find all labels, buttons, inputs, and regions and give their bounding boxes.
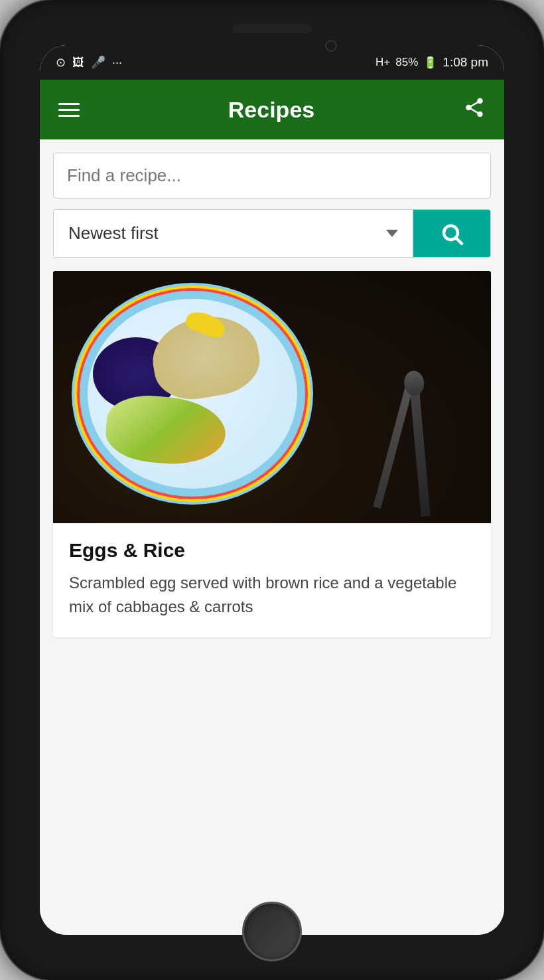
search-bar-container (53, 153, 491, 199)
status-dots: ··· (112, 56, 122, 68)
search-glass-icon (440, 222, 464, 246)
filter-row: Newest first (53, 209, 491, 258)
app-bar: Recipes (40, 80, 504, 139)
share-icon (463, 96, 486, 119)
status-bar: ⊙ 🖼 🎤 ··· H+ 85% 🔋 1:08 pm (40, 45, 504, 80)
status-time: 1:08 pm (442, 55, 488, 70)
status-battery: 85% (395, 56, 418, 69)
fork (373, 378, 415, 509)
home-button[interactable] (242, 902, 302, 961)
hamburger-line-1 (58, 103, 80, 105)
chevron-down-icon (386, 230, 398, 237)
recipe-description: Scrambled egg served with brown rice and… (69, 571, 475, 619)
status-network: H+ (375, 56, 390, 69)
speaker (232, 24, 312, 33)
hamburger-line-2 (58, 109, 80, 111)
app-title: Recipes (228, 97, 314, 123)
recipe-card[interactable]: Eggs & Rice Scrambled egg served with br… (53, 271, 491, 637)
camera (325, 40, 337, 52)
recipe-image (53, 271, 491, 523)
food-illustration (53, 271, 491, 523)
hamburger-line-3 (58, 115, 80, 117)
spoon (409, 384, 430, 517)
sort-dropdown[interactable]: Newest first (54, 210, 413, 257)
status-icon-3: 🎤 (91, 56, 105, 68)
battery-icon: 🔋 (423, 56, 437, 70)
content-area: Newest first (40, 139, 504, 935)
hamburger-menu-button[interactable] (58, 103, 80, 117)
status-right-info: H+ 85% 🔋 1:08 pm (375, 55, 488, 70)
svg-line-1 (456, 238, 462, 243)
recipe-title: Eggs & Rice (69, 539, 475, 562)
status-left-icons: ⊙ 🖼 🎤 ··· (56, 56, 122, 68)
sort-label: Newest first (68, 223, 159, 244)
status-icon-1: ⊙ (56, 56, 66, 68)
status-icon-2: 🖼 (72, 56, 84, 68)
search-input[interactable] (67, 165, 477, 186)
recipe-info: Eggs & Rice Scrambled egg served with br… (53, 523, 491, 637)
phone-screen: ⊙ 🖼 🎤 ··· H+ 85% 🔋 1:08 pm Recipes (40, 45, 504, 935)
search-button[interactable] (413, 210, 490, 257)
phone-device: ⊙ 🖼 🎤 ··· H+ 85% 🔋 1:08 pm Recipes (0, 0, 544, 980)
share-button[interactable] (463, 96, 486, 123)
